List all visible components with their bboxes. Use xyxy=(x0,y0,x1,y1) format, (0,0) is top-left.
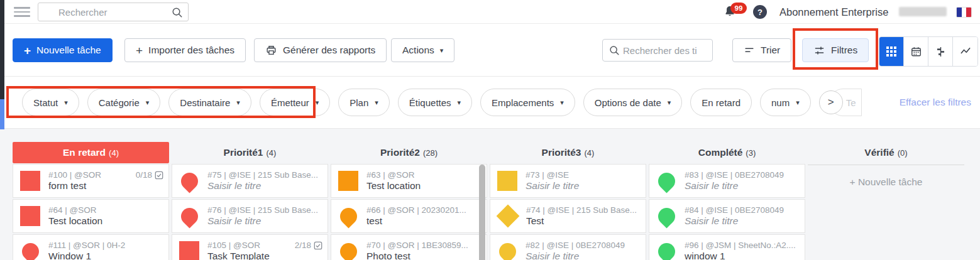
new-task-label: Nouvelle tâche xyxy=(36,45,101,56)
kanban-board: En retard (4) #100 | @SOR 0/18 form test xyxy=(0,129,980,260)
actions-button[interactable]: Actions ▾ xyxy=(391,38,454,62)
global-search-input[interactable] xyxy=(38,3,188,21)
task-meta: #66 | @SOR | 20230201... xyxy=(366,205,466,215)
chart-view-button[interactable] xyxy=(953,37,977,66)
column-count: (4) xyxy=(585,148,595,158)
chips-overflow: Te > xyxy=(819,89,859,116)
column-title: Priorité2 xyxy=(380,147,420,158)
chevron-down-icon: ▾ xyxy=(375,99,378,106)
task-title: Window 1 xyxy=(48,251,163,260)
task-category-icon xyxy=(336,239,360,260)
sidebar-active-indicator xyxy=(0,99,4,129)
task-title-placeholder: Saisir le titre xyxy=(526,180,641,192)
chip-label: En retard xyxy=(702,97,741,108)
filter-chip-destinataire[interactable]: Destinataire ▾ xyxy=(168,89,251,116)
chevron-down-icon: ▾ xyxy=(64,99,68,106)
task-card[interactable]: #66 | @SOR | 20230201... test xyxy=(331,199,487,233)
task-card[interactable]: #82 | @ISE | 0BE2708049 Saisir le titre xyxy=(490,234,646,260)
import-tasks-button[interactable]: + Importer des tâches xyxy=(124,38,246,62)
chip-label: Options de date xyxy=(595,97,661,108)
filter-chip-emetteur[interactable]: Émetteur ▾ xyxy=(260,89,330,116)
task-category-icon xyxy=(497,171,517,191)
line-chart-icon xyxy=(959,45,972,58)
notifications-button[interactable]: 99 xyxy=(723,4,748,21)
global-search[interactable] xyxy=(38,3,189,21)
column-header[interactable]: En retard (4) xyxy=(13,142,169,163)
task-category-icon xyxy=(654,239,678,260)
scroll-chips-right-button[interactable]: > xyxy=(819,90,843,114)
new-task-button[interactable]: + Nouvelle tâche xyxy=(13,38,113,62)
plus-icon: + xyxy=(136,45,143,57)
hamburger-menu-icon[interactable] xyxy=(14,7,30,17)
checkbox-icon xyxy=(155,171,163,180)
task-category-icon xyxy=(177,204,201,228)
filter-chip-en-retard[interactable]: En retard xyxy=(690,89,752,116)
task-card[interactable]: #70 | @SOR | 1BE30859... Photo test xyxy=(331,234,487,260)
chevron-down-icon: ▾ xyxy=(560,99,564,106)
filter-chip-options-de-date[interactable]: Options de date ▾ xyxy=(583,89,682,116)
column-scrollbar[interactable] xyxy=(479,165,485,260)
gantt-icon xyxy=(935,46,947,58)
french-flag-icon[interactable] xyxy=(956,7,972,18)
column-title: Priorité1 xyxy=(224,147,263,158)
task-card[interactable]: #73 | @ISE Saisir le titre xyxy=(490,164,646,198)
column-header[interactable]: Priorité2 (28) xyxy=(331,142,487,163)
column-priorite1: Priorité1 (4) #75 | @ISE | 215 Sub Base.… xyxy=(172,142,328,260)
column-priorite2: Priorité2 (28) #63 | @SOR Test location … xyxy=(331,142,487,260)
filter-chip-etiquettes[interactable]: Étiquettes ▾ xyxy=(398,89,472,116)
column-en-retard: En retard (4) #100 | @SOR 0/18 form test xyxy=(13,142,169,260)
column-header[interactable]: Complété (3) xyxy=(649,142,805,163)
task-card[interactable]: #76 | @ISE | 215 Sub Base... Saisir le t… xyxy=(172,199,328,233)
gantt-view-button[interactable] xyxy=(928,37,953,66)
help-button[interactable]: ? xyxy=(753,5,767,19)
task-category-icon xyxy=(20,171,40,191)
task-category-icon xyxy=(18,239,42,260)
grid-view-button[interactable] xyxy=(879,37,904,66)
chip-label: Catégorie xyxy=(99,97,140,108)
task-card[interactable]: #74 | @ISE | 215 Sub Base... Test xyxy=(490,199,646,233)
column-header[interactable]: Vérifié (0) xyxy=(808,142,964,163)
new-task-placeholder[interactable]: + Nouvelle tâche xyxy=(808,176,964,188)
task-meta: #70 | @SOR | 1BE30859... xyxy=(366,241,468,250)
column-complete: Complété (3) #83 | @ISE | 0BE2708049 Sai… xyxy=(649,142,805,260)
task-card[interactable]: #100 | @SOR 0/18 form test xyxy=(13,164,169,198)
filters-button[interactable]: Filtres xyxy=(802,38,869,62)
sort-button[interactable]: Trier xyxy=(732,38,791,62)
chevron-down-icon: ▾ xyxy=(458,99,461,106)
notification-badge: 99 xyxy=(730,3,747,14)
task-card[interactable]: #63 | @SOR Test location xyxy=(331,164,487,198)
task-card[interactable]: #64 | @SOR Test location xyxy=(13,199,169,233)
checklist-count: 0/18 xyxy=(136,170,152,180)
filter-chip-emplacements[interactable]: Emplacements ▾ xyxy=(480,89,575,116)
task-card[interactable]: #84 | @ISE | 0BE2708049 Saisir le titre xyxy=(649,199,805,233)
column-header[interactable]: Priorité1 (4) xyxy=(172,142,328,163)
redacted-username xyxy=(899,7,947,16)
clear-filters-link[interactable]: Effacer les filtres xyxy=(900,97,971,108)
filter-chip-plan[interactable]: Plan ▾ xyxy=(338,89,390,116)
filter-chip-num[interactable]: num ▾ xyxy=(760,89,811,116)
filter-chip-statut[interactable]: Statut ▾ xyxy=(22,89,79,116)
calendar-icon xyxy=(910,46,922,58)
column-header[interactable]: Priorité3 (4) xyxy=(490,142,646,163)
task-card[interactable]: #96 | @JSM | SheetNo.:A2.... window 1 xyxy=(649,234,805,260)
checklist-badge: 2/18 xyxy=(295,241,322,250)
task-search[interactable] xyxy=(602,39,713,62)
task-category-icon xyxy=(338,171,358,191)
task-card[interactable]: #75 | @ISE | 215 Sub Base... Saisir le t… xyxy=(172,164,328,198)
calendar-view-button[interactable] xyxy=(904,37,928,66)
generate-reports-button[interactable]: Générer des rapports xyxy=(254,38,387,62)
task-card[interactable]: #111 | @SOR | 0H-2 Window 1 xyxy=(13,234,169,260)
chip-label: num xyxy=(771,97,790,108)
task-card[interactable]: #83 | @ISE | 0BE2708049 Saisir le titre xyxy=(649,164,805,198)
checkbox-icon xyxy=(314,241,322,250)
task-search-input[interactable] xyxy=(603,40,712,61)
grid-icon xyxy=(886,46,897,57)
task-card[interactable]: #105 | @SOR 2/18 Task Template xyxy=(172,234,328,260)
task-title: Test location xyxy=(366,180,482,192)
task-category-icon xyxy=(177,169,201,193)
filter-chip-categorie[interactable]: Catégorie ▾ xyxy=(87,89,161,116)
task-category-icon xyxy=(654,169,678,193)
collapsed-sidebar-strip[interactable] xyxy=(0,0,4,129)
plus-icon: + xyxy=(24,45,31,57)
search-icon xyxy=(171,6,183,18)
